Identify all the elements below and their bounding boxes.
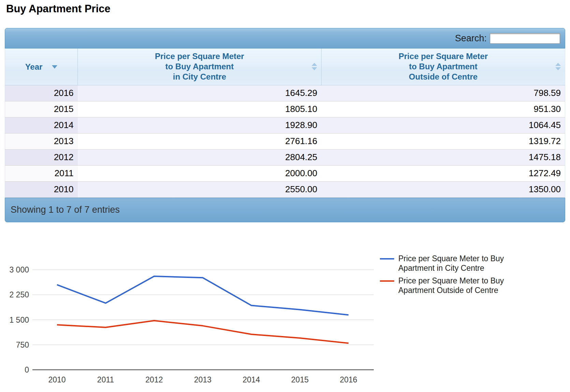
cell-price: 951.30	[322, 101, 565, 117]
x-tick-label: 2013	[194, 375, 211, 384]
cell-price: 1928.90	[78, 117, 322, 133]
column-header-city-centre-label: Price per Square Meter to Buy Apartment …	[155, 51, 244, 82]
cell-price: 798.59	[322, 85, 565, 101]
x-tick-label: 2015	[291, 375, 309, 384]
table-body: 20161645.29798.5920151805.10951.30201419…	[5, 85, 565, 197]
cell-year: 2011	[5, 165, 78, 181]
cell-year: 2016	[5, 85, 78, 101]
data-table-widget: Search: Year Price per Square Meter to B…	[5, 28, 565, 222]
column-header-year[interactable]: Year	[5, 48, 78, 85]
x-tick-label: 2016	[340, 375, 357, 384]
y-tick-label: 2 250	[9, 290, 29, 299]
table-row: 20122804.251475.18	[5, 149, 565, 165]
column-header-year-label: Year	[25, 62, 43, 72]
legend-item: Price per Square Meter to Buy Apartment …	[380, 276, 523, 295]
cell-price: 2000.00	[78, 165, 322, 181]
cell-price: 1805.10	[78, 101, 322, 117]
legend-line-icon	[380, 258, 394, 260]
cell-price: 1272.49	[322, 165, 565, 181]
table-row: 20112000.001272.49	[5, 165, 565, 181]
cell-price: 1319.72	[322, 133, 565, 149]
y-tick-label: 750	[16, 340, 29, 349]
table-row: 20132761.161319.72	[5, 133, 565, 149]
search-input[interactable]	[490, 33, 560, 44]
table-row: 20161645.29798.59	[5, 85, 565, 101]
column-header-price-city-centre[interactable]: Price per Square Meter to Buy Apartment …	[78, 48, 322, 85]
y-tick-label: 1 500	[9, 315, 29, 324]
legend-line-icon	[380, 280, 394, 282]
chart: 07501 5002 2503 000201020112012201320142…	[0, 244, 570, 391]
y-tick-label: 3 000	[9, 265, 29, 274]
cell-year: 2010	[5, 181, 78, 197]
chart-legend: Price per Square Meter to Buy Apartment …	[380, 254, 523, 298]
data-table: Year Price per Square Meter to Buy Apart…	[5, 48, 565, 198]
x-tick-label: 2011	[97, 375, 114, 384]
column-header-price-outside-centre[interactable]: Price per Square Meter to Buy Apartment …	[322, 48, 565, 85]
x-tick-label: 2014	[243, 375, 260, 384]
legend-label: Price per Square Meter to Buy Apartment …	[398, 254, 513, 273]
series-line	[57, 276, 348, 315]
sort-both-icon	[555, 63, 561, 70]
table-row: 20151805.10951.30	[5, 101, 565, 117]
cell-price: 2804.25	[78, 149, 322, 165]
cell-year: 2014	[5, 117, 78, 133]
table-info: Showing 1 to 7 of 7 entries	[11, 205, 120, 215]
page-title: Buy Apartment Price	[6, 3, 570, 15]
cell-year: 2012	[5, 149, 78, 165]
cell-price: 1475.18	[322, 149, 565, 165]
table-toolbar: Search:	[5, 28, 565, 48]
cell-year: 2013	[5, 133, 78, 149]
cell-year: 2015	[5, 101, 78, 117]
sort-both-icon	[312, 63, 317, 70]
cell-price: 1064.45	[322, 117, 565, 133]
sort-descending-icon	[52, 65, 57, 69]
column-header-outside-centre-label: Price per Square Meter to Buy Apartment …	[399, 51, 488, 82]
x-tick-label: 2012	[145, 375, 163, 384]
table-footer: Showing 1 to 7 of 7 entries	[5, 198, 565, 222]
legend-label: Price per Square Meter to Buy Apartment …	[398, 276, 513, 295]
search-label: Search:	[455, 33, 487, 44]
x-tick-label: 2010	[48, 375, 66, 384]
legend-item: Price per Square Meter to Buy Apartment …	[380, 254, 523, 273]
cell-price: 1350.00	[322, 181, 565, 197]
series-line	[57, 320, 348, 343]
cell-price: 1645.29	[78, 85, 322, 101]
y-tick-label: 0	[25, 365, 29, 374]
table-row: 20102550.001350.00	[5, 181, 565, 197]
header-row: Year Price per Square Meter to Buy Apart…	[5, 48, 565, 85]
table-row: 20141928.901064.45	[5, 117, 565, 133]
cell-price: 2761.16	[78, 133, 322, 149]
cell-price: 2550.00	[78, 181, 322, 197]
